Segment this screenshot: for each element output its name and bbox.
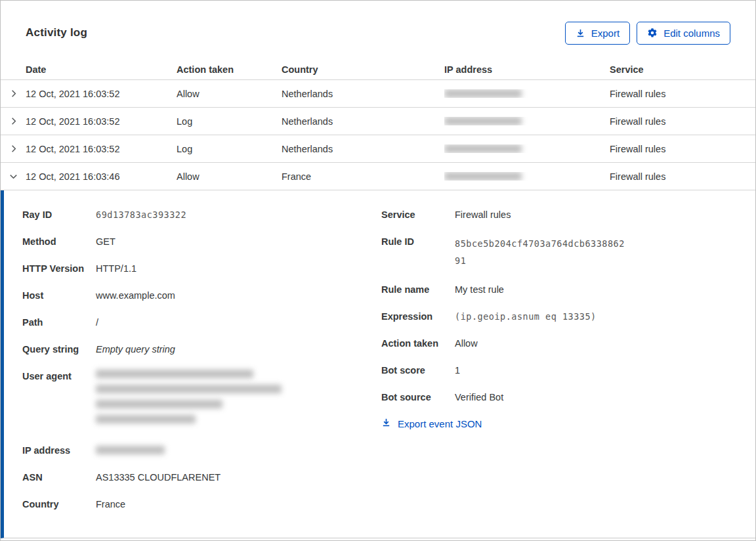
cell-action: Log <box>177 144 282 154</box>
chevron-down-icon <box>9 171 18 181</box>
cell-date: 12 Oct, 2021 16:03:46 <box>26 171 177 182</box>
column-header-ip: IP address <box>444 64 610 75</box>
expand-row-button[interactable] <box>1 116 26 126</box>
cell-action: Allow <box>177 171 282 182</box>
cell-service: Firewall rules <box>610 89 755 99</box>
expression-value: (ip.geoip.asnum eq 13335) <box>455 310 597 323</box>
http-version-value: HTTP/1.1 <box>96 262 136 275</box>
page-title: Activity log <box>26 26 87 39</box>
column-header-action: Action taken <box>177 64 282 75</box>
detail-field-bot-score: Bot score 1 <box>381 364 755 377</box>
detail-right-column: Service Firewall rules Rule ID 85bce5b20… <box>381 208 755 538</box>
cell-date: 12 Oct, 2021 16:03:52 <box>26 116 177 127</box>
redacted-ip-value <box>444 144 522 153</box>
table-row[interactable]: 12 Oct, 2021 16:03:52 Log Netherlands Fi… <box>1 135 755 163</box>
detail-field-expression: Expression (ip.geoip.asnum eq 13335) <box>381 310 755 323</box>
detail-field-rule-id: Rule ID 85bce5b204cf4703a764dcb633886291 <box>381 235 755 269</box>
rule-name-value: My test rule <box>455 283 504 296</box>
redacted-ip-value <box>444 172 522 181</box>
cell-country: Netherlands <box>282 116 444 127</box>
cell-service: Firewall rules <box>610 171 755 182</box>
expand-row-button[interactable] <box>1 144 26 154</box>
download-icon <box>576 28 585 38</box>
gear-icon <box>647 28 658 38</box>
detail-field-http-version: HTTP Version HTTP/1.1 <box>22 262 381 275</box>
cell-service: Firewall rules <box>610 144 755 154</box>
detail-field-user-agent: User agent <box>22 370 381 430</box>
redacted-ip-value <box>444 117 522 125</box>
cell-action: Log <box>177 116 282 127</box>
redacted-ip-value <box>444 89 522 98</box>
asn-value: AS13335 CLOUDFLARENET <box>96 471 220 484</box>
column-header-country: Country <box>282 64 444 75</box>
detail-field-host: Host www.example.com <box>22 289 381 302</box>
rule-id-value: 85bce5b204cf4703a764dcb633886291 <box>455 235 629 269</box>
query-string-value: Empty query string <box>96 343 175 356</box>
cell-date: 12 Oct, 2021 16:03:52 <box>26 144 177 154</box>
bot-source-value: Verified Bot <box>455 391 503 404</box>
chevron-right-icon <box>9 116 18 126</box>
bot-score-value: 1 <box>455 364 460 377</box>
detail-field-asn: ASN AS13335 CLOUDFLARENET <box>22 471 381 484</box>
detail-field-action-taken: Action taken Allow <box>381 337 755 350</box>
cell-action: Allow <box>177 89 282 99</box>
redacted-ip-value <box>96 446 165 454</box>
cell-service: Firewall rules <box>610 116 755 127</box>
detail-field-ip-address: IP address <box>22 444 381 457</box>
collapse-row-button[interactable] <box>1 171 26 181</box>
detail-field-country: Country France <box>22 498 381 511</box>
toolbar: Export Edit columns <box>565 22 730 45</box>
redacted-user-agent-value <box>96 370 282 430</box>
export-button[interactable]: Export <box>565 22 630 45</box>
chevron-right-icon <box>9 89 18 98</box>
table-header-row: Date Action taken Country IP address Ser… <box>1 60 755 80</box>
host-value: www.example.com <box>96 289 175 302</box>
cell-country: France <box>282 171 444 182</box>
path-value: / <box>96 316 98 329</box>
method-value: GET <box>96 235 116 248</box>
activity-log-table: Date Action taken Country IP address Ser… <box>1 60 755 190</box>
activity-log-panel: Activity log Export Edit columns <box>0 0 756 541</box>
service-value: Firewall rules <box>455 208 511 221</box>
cell-country: Netherlands <box>282 144 444 154</box>
column-header-date: Date <box>26 64 177 75</box>
detail-field-path: Path / <box>22 316 381 329</box>
download-icon <box>381 418 391 429</box>
cell-country: Netherlands <box>282 89 444 99</box>
detail-left-column: Ray ID 69d13783ac393322 Method GET HTTP … <box>22 208 381 538</box>
table-row-expanded[interactable]: 12 Oct, 2021 16:03:46 Allow France Firew… <box>1 163 755 190</box>
edit-columns-button[interactable]: Edit columns <box>637 22 730 45</box>
topbar: Activity log Export Edit columns <box>1 1 755 47</box>
detail-field-bot-source: Bot source Verified Bot <box>381 391 755 404</box>
cell-date: 12 Oct, 2021 16:03:52 <box>26 89 177 99</box>
detail-field-query-string: Query string Empty query string <box>22 343 381 356</box>
ray-id-value: 69d13783ac393322 <box>96 208 186 221</box>
detail-field-service: Service Firewall rules <box>381 208 755 221</box>
detail-field-ray-id: Ray ID 69d13783ac393322 <box>22 208 381 221</box>
table-row[interactable]: 12 Oct, 2021 16:03:52 Allow Netherlands … <box>1 80 755 108</box>
detail-field-method: Method GET <box>22 235 381 248</box>
column-header-service: Service <box>610 64 755 75</box>
action-taken-value: Allow <box>455 337 478 350</box>
event-detail-panel: Ray ID 69d13783ac393322 Method GET HTTP … <box>1 190 755 538</box>
expand-row-button[interactable] <box>1 89 26 98</box>
chevron-right-icon <box>9 144 18 154</box>
table-row[interactable]: 12 Oct, 2021 16:03:52 Log Netherlands Fi… <box>1 108 755 135</box>
country-value: France <box>96 498 125 511</box>
export-event-json-link[interactable]: Export event JSON <box>381 418 482 429</box>
detail-field-rule-name: Rule name My test rule <box>381 283 755 296</box>
